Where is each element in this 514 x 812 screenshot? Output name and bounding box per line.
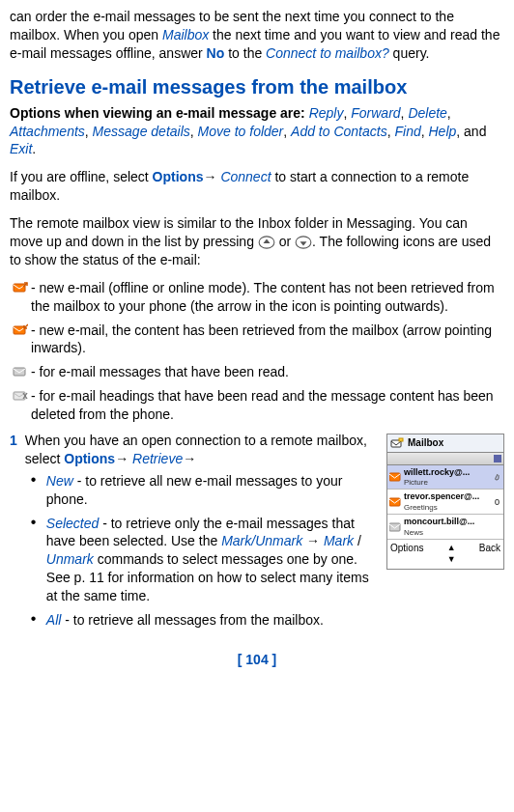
page-number: [ 104 ] [10, 651, 504, 669]
paragraph-continuation: can order the e-mail messages to be sent… [10, 8, 504, 63]
svg-rect-4 [14, 368, 25, 376]
mail-read-icon [13, 365, 28, 378]
no-answer: No [207, 45, 225, 61]
bullet-new: New - to retrieve all new e-mail message… [46, 472, 504, 509]
view-paragraph: The remote mailbox view is similar to th… [10, 214, 504, 269]
legend-new-outward: - new e-mail (offline or online mode). T… [10, 279, 504, 316]
offline-paragraph: If you are offline, select Options→ Conn… [10, 168, 504, 205]
connect-command: Connect [220, 169, 271, 184]
svg-rect-2 [14, 284, 25, 292]
connect-query: Connect to mailbox? [266, 45, 389, 61]
legend-new-inward: - new e-mail, the content has been retri… [10, 322, 504, 358]
icon-legend: - new e-mail (offline or online mode). T… [10, 279, 504, 424]
phone-titlebar: Mailbox [387, 434, 503, 453]
scroll-up-icon [258, 236, 275, 249]
section-heading: Retrieve e-mail messages from the mailbo… [10, 74, 504, 100]
options-softkey: Options [153, 169, 204, 184]
mail-new-outward-icon [13, 281, 28, 294]
retrieve-options-list: New - to retrieve all new e-mail message… [25, 472, 504, 630]
step-1: 1 Mailbox willett.rocky@...Picture trevo… [10, 432, 504, 635]
legend-read: - for e-mail messages that have been rea… [10, 363, 504, 381]
bullet-selected: Selected - to retrieve only the e-mail m… [46, 515, 504, 605]
mail-new-inward-icon [13, 323, 28, 337]
svg-rect-3 [14, 326, 25, 334]
phone-tabs [387, 453, 503, 465]
svg-rect-9 [399, 438, 403, 441]
mailbox-icon [390, 437, 404, 449]
scroll-down-icon [295, 236, 312, 249]
bullet-all: All - to retrieve all messages from the … [46, 611, 504, 630]
options-softkey: Options [64, 451, 115, 466]
options-list-paragraph: Options when viewing an e-mail message a… [10, 104, 504, 159]
retrieve-command: Retrieve [132, 451, 183, 466]
step-number: 1 [10, 432, 17, 450]
mail-heading-deleted-icon [13, 389, 28, 403]
mailbox-term: Mailbox [162, 27, 209, 42]
legend-deleted: - for e-mail headings that have been rea… [10, 387, 504, 424]
